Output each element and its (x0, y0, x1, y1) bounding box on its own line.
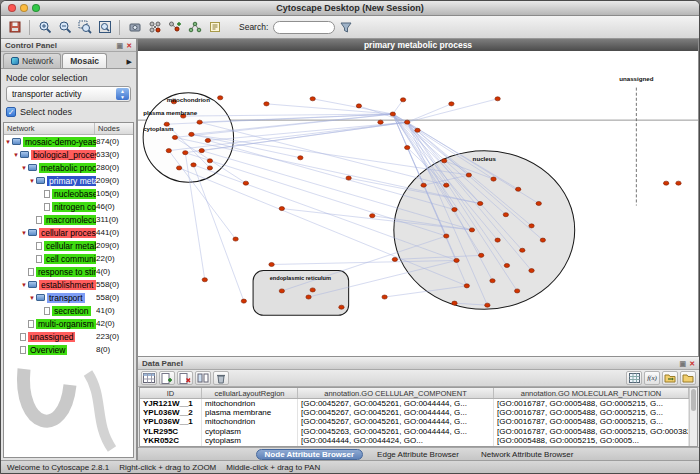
search-options-icon[interactable] (336, 18, 355, 37)
expander-icon[interactable]: ▼ (4, 139, 12, 145)
zoom-window-button[interactable] (32, 4, 40, 12)
tree-row[interactable]: ▼metabolic process280(0) (4, 161, 133, 174)
network-node[interactable] (392, 257, 397, 261)
network-node[interactable] (485, 303, 490, 307)
network-node[interactable] (491, 177, 496, 181)
network-node[interactable] (279, 207, 284, 211)
network-node[interactable] (205, 138, 210, 142)
network-node[interactable] (490, 279, 495, 283)
network-node[interactable] (264, 102, 269, 106)
network-node[interactable] (306, 295, 311, 299)
network-node[interactable] (243, 181, 248, 185)
network-node[interactable] (477, 201, 482, 205)
network-node[interactable] (495, 238, 500, 242)
table-row[interactable]: YPL036W__2plasma membrane[GO:0045267, GO… (140, 408, 689, 417)
network-node[interactable] (529, 224, 534, 228)
network-node[interactable] (310, 288, 315, 292)
tree-row[interactable]: macromolecule...311(0) (4, 213, 133, 226)
create-attribute-icon[interactable] (159, 371, 175, 385)
network-node[interactable] (189, 132, 194, 136)
network-node[interactable] (503, 213, 508, 217)
tree-row[interactable]: ▼cellular process441(0) (4, 226, 133, 239)
table-scrollbar-thumb[interactable] (691, 389, 696, 411)
close-panel-icon[interactable]: ✕ (126, 42, 132, 49)
network-node[interactable] (218, 96, 223, 100)
network-node[interactable] (199, 149, 204, 153)
network-node[interactable] (233, 237, 238, 241)
network-node[interactable] (454, 258, 459, 262)
tree-row[interactable]: ▼transport558(0) (4, 291, 133, 304)
network-node[interactable] (370, 214, 375, 218)
function-builder-icon[interactable]: f(x) (644, 371, 660, 385)
select-attributes-icon[interactable] (141, 371, 157, 385)
tree-row[interactable]: secretion41(0) (4, 304, 133, 317)
network-node[interactable] (183, 151, 188, 155)
table-column-header[interactable]: annotation.GO MOLECULAR_FUNCTION (494, 388, 689, 398)
network-node[interactable] (390, 112, 395, 116)
color-attribute-select[interactable]: transporter activity ▲▼ (6, 86, 131, 102)
network-node[interactable] (241, 299, 246, 303)
network-node[interactable] (421, 183, 426, 187)
select-nodes-checkbox[interactable]: ✓ (6, 107, 16, 117)
network-node[interactable] (529, 269, 534, 273)
float-panel-icon[interactable]: ▣ (680, 360, 687, 367)
tree-row[interactable]: ▼biological_process633(0) (4, 148, 133, 161)
table-row[interactable]: YPL036W__1mitochondrion[GO:0045267, GO:0… (140, 417, 689, 426)
network-view-titlebar[interactable]: primary metabolic process (138, 39, 698, 51)
network-node[interactable] (346, 176, 351, 180)
network-node[interactable] (310, 97, 315, 101)
expander-icon[interactable]: ▼ (28, 178, 36, 184)
network-node[interactable] (356, 104, 361, 108)
network-node[interactable] (495, 97, 500, 101)
network-node[interactable] (298, 156, 303, 160)
network-node[interactable] (279, 289, 284, 293)
network-node[interactable] (449, 102, 454, 106)
table-scrollbar[interactable] (689, 388, 697, 446)
zoom-fit-icon[interactable] (95, 18, 114, 37)
network-node[interactable] (469, 228, 474, 232)
tab-mosaic[interactable]: Mosaic (62, 53, 107, 68)
network-node[interactable] (444, 183, 449, 187)
network-node[interactable] (536, 201, 541, 205)
network-node[interactable] (520, 248, 525, 252)
network-node[interactable] (504, 263, 509, 267)
network-node[interactable] (540, 238, 545, 242)
annotation-icon[interactable] (205, 18, 224, 37)
tab-node-attribute-browser[interactable]: Node Attribute Browser (256, 449, 364, 460)
expander-icon[interactable]: ▼ (20, 282, 28, 288)
table-column-header[interactable]: ID (140, 388, 202, 398)
clear-table-icon[interactable] (213, 371, 229, 385)
network-node[interactable] (176, 166, 181, 170)
import-table-icon[interactable] (662, 371, 678, 385)
column-settings-icon[interactable] (195, 371, 211, 385)
network-node[interactable] (479, 253, 484, 257)
new-network-icon[interactable] (185, 18, 204, 37)
expand-network-icon[interactable] (165, 18, 184, 37)
network-node[interactable] (415, 128, 420, 132)
minimize-window-button[interactable] (20, 4, 28, 12)
expander-icon[interactable]: ▼ (28, 295, 36, 301)
tab-network-attribute-browser[interactable]: Network Attribute Browser (473, 449, 581, 460)
delete-attribute-icon[interactable] (177, 371, 193, 385)
network-node[interactable] (207, 166, 212, 170)
tab-network[interactable]: Network (3, 53, 61, 68)
network-node[interactable] (172, 135, 177, 139)
network-node[interactable] (676, 181, 681, 185)
table-column-header[interactable]: cellularLayoutRegion (202, 388, 298, 398)
close-window-button[interactable] (8, 4, 16, 12)
network-node[interactable] (405, 146, 410, 150)
network-node[interactable] (452, 301, 457, 305)
network-node[interactable] (400, 98, 405, 102)
network-node[interactable] (382, 295, 387, 299)
export-table-icon[interactable] (680, 371, 696, 385)
zoom-out-icon[interactable] (55, 18, 74, 37)
tree-row[interactable]: nucleobase...105(0) (4, 187, 133, 200)
network-node[interactable] (466, 173, 471, 177)
network-node[interactable] (442, 159, 447, 163)
tree-row[interactable]: ▼primary metabo...209(0) (4, 174, 133, 187)
expander-icon[interactable]: ▼ (12, 152, 20, 158)
table-row[interactable]: YDR039C__1mitochondrion[GO:0044444, GO:0… (140, 445, 689, 446)
tree-row[interactable]: unassigned223(0) (4, 330, 133, 343)
network-node[interactable] (339, 305, 344, 309)
tab-edge-attribute-browser[interactable]: Edge Attribute Browser (369, 449, 467, 460)
